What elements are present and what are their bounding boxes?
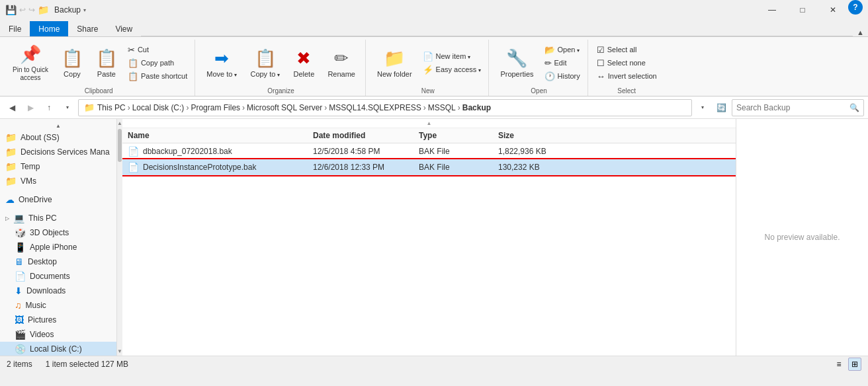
- file-icon-0: 📄: [128, 146, 139, 157]
- file-size-0: 1,822,936 KB: [498, 147, 578, 156]
- up-button[interactable]: ↑: [41, 100, 57, 116]
- title-bar: 💾 ↩ ↪ 📁 Backup ▾ — □ ✕ ?: [0, 0, 868, 20]
- open-button[interactable]: 📂 Open ▾: [541, 44, 584, 56]
- move-to-button[interactable]: ➡ Move to ▾: [200, 40, 243, 86]
- select-none-button[interactable]: ☐ Select none: [593, 57, 660, 69]
- path-thispc[interactable]: This PC: [97, 103, 126, 112]
- sidebar-item-desktop[interactable]: 🖥 Desktop: [0, 254, 116, 269]
- paste-button[interactable]: 📋 Paste: [90, 40, 123, 86]
- folder-icon-about: 📁: [5, 132, 17, 143]
- sidebar-item-decisions[interactable]: 📁 Decisions Services Mana: [0, 145, 116, 159]
- details-view-button[interactable]: ≡: [832, 358, 846, 371]
- col-header-type[interactable]: Type: [419, 131, 498, 140]
- select-all-icon: ☑: [597, 45, 605, 55]
- file-row-0[interactable]: 📄 dbbackup_07202018.bak 12/5/2018 4:58 P…: [122, 143, 736, 159]
- file-row-1[interactable]: 📄 DecisionsInstancePrototype.bak 12/6/20…: [122, 159, 736, 175]
- folder-icon-temp: 📁: [5, 161, 17, 172]
- sidebar-item-iphone[interactable]: 📱 Apple iPhone: [0, 240, 116, 254]
- new-folder-button[interactable]: 📁 New folder: [371, 40, 418, 86]
- address-path[interactable]: 📁 This PC › Local Disk (C:) › Program Fi…: [78, 99, 692, 116]
- sidebar-item-temp[interactable]: 📁 Temp: [0, 159, 116, 174]
- desktop-icon: 🖥: [15, 256, 24, 267]
- col-header-name[interactable]: Name: [128, 131, 313, 140]
- address-dropdown-button[interactable]: ▾: [695, 100, 711, 116]
- search-input[interactable]: [736, 103, 849, 112]
- close-button[interactable]: ✕: [818, 0, 848, 20]
- path-mssqlexpress[interactable]: MSSQL14.SQLEXPRESS: [329, 103, 421, 112]
- qat-redo-icon[interactable]: ↪: [28, 5, 35, 15]
- search-box[interactable]: 🔍: [732, 99, 864, 116]
- col-header-size[interactable]: Size: [498, 131, 578, 140]
- pin-to-quick-access-button[interactable]: 📌 Pin to Quickaccess: [7, 40, 54, 86]
- forward-button[interactable]: ▶: [22, 100, 38, 116]
- sidebar-item-pictures[interactable]: 🖼 Pictures: [0, 313, 116, 327]
- sidebar-scrollbar[interactable]: ▲ ▼: [117, 119, 122, 356]
- file-name-1[interactable]: 📄 DecisionsInstancePrototype.bak: [128, 162, 313, 173]
- tab-home[interactable]: Home: [30, 21, 68, 36]
- tab-view[interactable]: View: [107, 21, 141, 36]
- qat-undo-icon[interactable]: ↩: [19, 5, 26, 15]
- history-button[interactable]: 🕐 History: [541, 70, 584, 83]
- title-bar-title: Backup: [54, 5, 81, 15]
- edit-label: Edit: [554, 59, 567, 67]
- cut-button[interactable]: ✂ Cut: [124, 44, 191, 56]
- organize-label: Organize: [200, 87, 361, 96]
- file-name-0[interactable]: 📄 dbbackup_07202018.bak: [128, 146, 313, 157]
- copy-to-icon: 📋: [255, 48, 276, 69]
- paste-shortcut-button[interactable]: 📋 Paste shortcut: [124, 70, 191, 83]
- sidebar-item-documents[interactable]: 📄 Documents: [0, 269, 116, 284]
- path-backup[interactable]: Backup: [462, 103, 491, 112]
- copy-to-button[interactable]: 📋 Copy to ▾: [244, 40, 286, 86]
- path-programfiles[interactable]: Program Files: [191, 103, 240, 112]
- ribbon-collapse-btn[interactable]: ▲: [853, 28, 868, 36]
- easy-access-button[interactable]: ⚡ Easy access ▾: [419, 63, 485, 76]
- rename-button[interactable]: ✏ Rename: [322, 40, 361, 86]
- item-count-label: 2 items: [7, 360, 32, 369]
- delete-button[interactable]: ✖ Delete: [287, 40, 320, 86]
- refresh-button[interactable]: 🔄: [713, 100, 729, 116]
- ribbon-group-organize: ➡ Move to ▾ 📋 Copy to ▾ ✖ Delete ✏ Renam…: [196, 40, 366, 96]
- new-item-button[interactable]: 📄 New item ▾: [419, 50, 485, 63]
- sidebar-item-about-ss[interactable]: 📁 About (SS): [0, 130, 116, 145]
- back-button[interactable]: ◀: [4, 100, 20, 116]
- sidebar-item-thispc[interactable]: ▷ 💻 This PC: [0, 211, 116, 225]
- sidebar-label-iphone: Apple iPhone: [30, 243, 77, 252]
- scroll-up-indicator[interactable]: ▲: [0, 122, 116, 130]
- tab-file[interactable]: File: [0, 21, 30, 36]
- new-item-label: New item ▾: [436, 52, 471, 60]
- qat-save-icon[interactable]: 💾: [5, 5, 17, 15]
- preview-pane: No preview available.: [736, 119, 868, 356]
- path-mssqlserver[interactable]: Microsoft SQL Server: [247, 103, 322, 112]
- tab-share[interactable]: Share: [68, 21, 107, 36]
- col-header-date[interactable]: Date modified: [313, 131, 419, 140]
- select-content: ☑ Select all ☐ Select none ↔ Invert sele…: [593, 40, 660, 86]
- sidebar-item-onedrive[interactable]: ☁ OneDrive: [0, 192, 116, 207]
- path-mssql[interactable]: MSSQL: [428, 103, 456, 112]
- new-folder-icon: 📁: [384, 48, 405, 69]
- qat-dropdown[interactable]: ▾: [83, 7, 86, 13]
- recent-locations-button[interactable]: ▾: [60, 100, 75, 116]
- sidebar-label-localdisk: Local Disk (C:): [30, 344, 82, 354]
- copy-button[interactable]: 📋 Copy: [56, 40, 89, 86]
- move-to-icon: ➡: [214, 48, 229, 69]
- copy-path-button[interactable]: 📋 Copy path: [124, 57, 191, 69]
- help-button[interactable]: ?: [848, 0, 863, 15]
- select-all-button[interactable]: ☑ Select all: [593, 44, 660, 56]
- sidebar-item-vms[interactable]: 📁 VMs: [0, 174, 116, 188]
- sidebar-item-videos[interactable]: 🎬 Videos: [0, 327, 116, 342]
- sidebar-item-3dobjects[interactable]: 🎲 3D Objects: [0, 225, 116, 240]
- edit-button[interactable]: ✏ Edit: [541, 57, 584, 69]
- invert-selection-button[interactable]: ↔ Invert selection: [593, 70, 660, 83]
- file-label-0: dbbackup_07202018.bak: [143, 147, 232, 156]
- sidebar-item-music[interactable]: ♫ Music: [0, 298, 116, 313]
- maximize-button[interactable]: □: [787, 0, 818, 20]
- sidebar-item-localdisk[interactable]: 💿 Local Disk (C:): [0, 342, 116, 356]
- path-localdisk[interactable]: Local Disk (C:): [132, 103, 185, 112]
- large-icons-view-button[interactable]: ⊞: [848, 358, 861, 371]
- sidebar-item-downloads[interactable]: ⬇ Downloads: [0, 284, 116, 298]
- ribbon: 📌 Pin to Quickaccess 📋 Copy 📋 Paste ✂ Cu…: [0, 37, 868, 96]
- minimize-button[interactable]: —: [757, 0, 787, 20]
- properties-button[interactable]: 🔧 Properties: [494, 40, 539, 86]
- onedrive-icon: ☁: [5, 194, 15, 205]
- delete-icon: ✖: [296, 48, 311, 69]
